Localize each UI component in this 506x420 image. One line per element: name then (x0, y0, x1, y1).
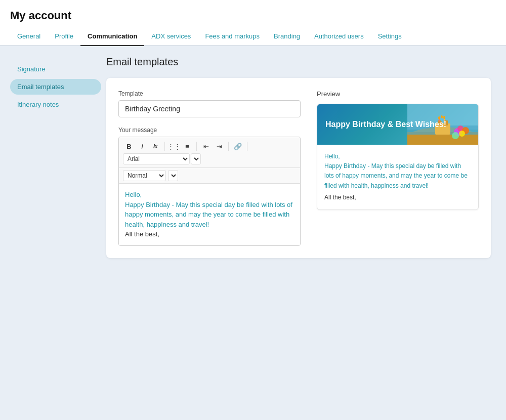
toolbar-separator-3 (228, 142, 229, 151)
tab-fees-markups[interactable]: Fees and markups (198, 27, 267, 46)
font-size-select[interactable] (191, 153, 201, 164)
svg-point-12 (443, 116, 445, 119)
preview-banner-text: Happy Birthday & Best Wishes! (325, 120, 446, 129)
format-size-select[interactable] (168, 170, 178, 181)
template-field-label: Template (118, 90, 307, 97)
toolbar-separator-1 (164, 142, 165, 151)
preview-message: Happy Birthday - May this special day be… (324, 161, 471, 191)
preview-banner: Happy Birthday & Best Wishes! (317, 104, 478, 145)
editor-toolbar: B I Ix ⋮⋮ ≡ ⇤ ⇥ 🔗 (119, 137, 300, 168)
editor-section: Template Birthday Greeting Welcome Email… (118, 90, 307, 246)
tab-general[interactable]: General (10, 27, 48, 46)
italic-button[interactable]: I (136, 140, 148, 152)
svg-point-16 (459, 131, 465, 137)
section-heading: Email templates (106, 56, 491, 68)
editor-message: Happy Birthday - May this special day be… (125, 200, 294, 230)
sidebar-item-email-templates[interactable]: Email templates (10, 79, 101, 95)
editor-body[interactable]: Hello, Happy Birthday - May this special… (119, 184, 300, 245)
toolbar-separator-2 (196, 142, 197, 151)
editor-second-row: Normal Heading 1 Heading 2 Heading 3 (119, 168, 300, 184)
preview-section: Preview Happy Birthday & Best Wishes! (317, 90, 479, 246)
tab-settings[interactable]: Settings (371, 27, 409, 46)
svg-point-10 (438, 116, 440, 119)
indent-increase-button[interactable]: ⇥ (213, 140, 225, 152)
preview-label: Preview (317, 90, 479, 98)
sidebar: Signature Email templates Itinerary note… (10, 56, 101, 340)
toolbar-separator-4 (247, 142, 247, 151)
email-templates-card: Template Birthday Greeting Welcome Email… (106, 78, 491, 258)
editor-greeting: Hello, (125, 190, 294, 200)
indent-decrease-button[interactable]: ⇤ (200, 140, 212, 152)
page-wrapper: My account General Profile Communication… (0, 0, 506, 420)
template-select[interactable]: Birthday Greeting Welcome Email Booking … (118, 100, 301, 117)
editor-box: B I Ix ⋮⋮ ≡ ⇤ ⇥ 🔗 (118, 137, 301, 246)
content-area: Signature Email templates Itinerary note… (0, 46, 506, 350)
editor-signoff: All the best, (125, 229, 294, 239)
sidebar-item-signature[interactable]: Signature (10, 61, 101, 77)
main-content: Email templates Template Birthday Greeti… (101, 56, 496, 340)
sidebar-item-itinerary-notes[interactable]: Itinerary notes (10, 97, 101, 112)
page-title: My account (0, 0, 506, 27)
template-select-wrapper: Template Birthday Greeting Welcome Email… (118, 90, 307, 117)
link-button[interactable]: 🔗 (232, 140, 244, 152)
tab-communication[interactable]: Communication (80, 27, 144, 46)
bold-button[interactable]: B (123, 140, 135, 152)
tab-branding[interactable]: Branding (267, 27, 307, 46)
preview-signoff: All the best, (324, 193, 471, 202)
ordered-list-button[interactable]: ≡ (181, 140, 193, 152)
preview-greeting: Hello, (324, 152, 471, 161)
tab-profile[interactable]: Profile (48, 27, 80, 46)
tab-adx-services[interactable]: ADX services (144, 27, 198, 46)
nav-tabs: General Profile Communication ADX servic… (0, 27, 506, 46)
preview-card: Happy Birthday & Best Wishes! (317, 104, 479, 210)
unordered-list-button[interactable]: ⋮⋮ (168, 140, 180, 152)
inner-layout: Template Birthday Greeting Welcome Email… (118, 90, 479, 246)
tab-authorized-users[interactable]: Authorized users (307, 27, 371, 46)
strikethrough-button[interactable]: Ix (149, 140, 161, 152)
preview-body: Hello, Happy Birthday - May this special… (317, 145, 478, 209)
svg-point-17 (452, 132, 459, 139)
format-select[interactable]: Normal Heading 1 Heading 2 Heading 3 (123, 170, 166, 181)
message-field-label: Your message (118, 127, 307, 134)
svg-point-11 (441, 115, 443, 118)
font-select[interactable]: Arial Times New Roman Georgia (123, 153, 190, 164)
